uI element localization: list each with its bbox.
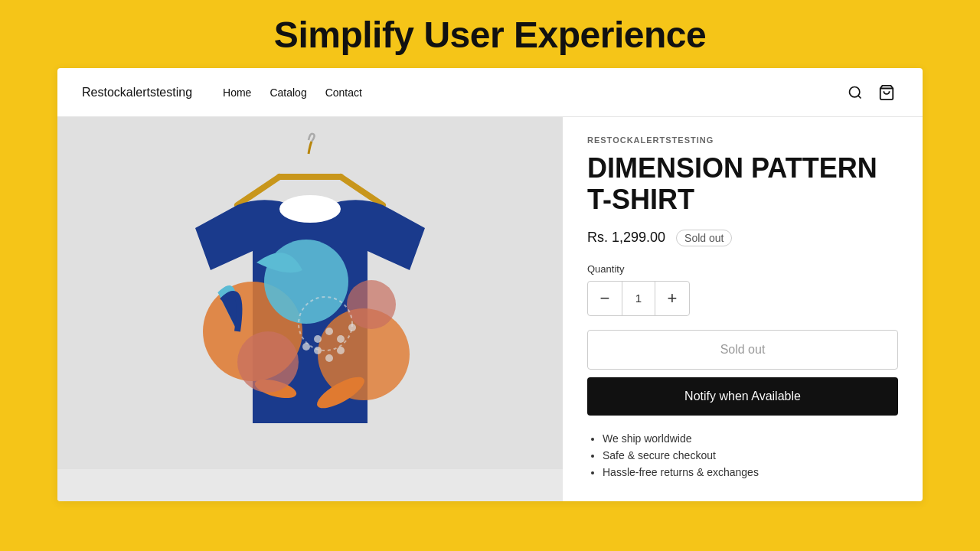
cart-button[interactable]	[875, 81, 898, 104]
navbar-icons	[844, 81, 898, 104]
page-title: Simplify User Experience	[0, 14, 980, 56]
product-title: DIMENSION PATTERN T-SHIRT	[587, 152, 898, 216]
svg-point-15	[325, 354, 333, 362]
nav-contact[interactable]: Contact	[325, 86, 362, 99]
svg-point-0	[850, 86, 860, 96]
search-button[interactable]	[844, 82, 866, 103]
navbar-links: Home Catalog Contact	[223, 86, 844, 99]
product-info-column: RESTOCKALERTSTESTING DIMENSION PATTERN T…	[563, 117, 923, 501]
svg-point-21	[237, 331, 299, 393]
svg-point-11	[314, 335, 322, 343]
svg-point-13	[337, 335, 345, 343]
search-icon	[848, 85, 863, 100]
product-price: Rs. 1,299.00	[587, 230, 665, 246]
svg-point-9	[264, 240, 348, 324]
cart-icon	[878, 84, 895, 101]
nav-catalog[interactable]: Catalog	[270, 86, 306, 99]
svg-point-12	[325, 328, 333, 335]
sold-out-button: Sold out	[587, 330, 898, 370]
navbar-brand: Restockalertstesting	[82, 86, 192, 99]
notify-button[interactable]: Notify when Available	[587, 377, 898, 416]
svg-point-17	[302, 343, 310, 350]
status-badge: Sold out	[676, 230, 732, 246]
store-window: Restockalertstesting Home Catalog Contac…	[57, 68, 923, 501]
feature-item-3: Hassle-free returns & exchanges	[603, 466, 898, 478]
quantity-control: − 1 +	[587, 281, 690, 316]
navbar: Restockalertstesting Home Catalog Contac…	[57, 68, 923, 117]
svg-point-14	[314, 347, 322, 354]
product-image-column	[57, 117, 563, 501]
svg-point-16	[337, 347, 345, 354]
product-area: RESTOCKALERTSTESTING DIMENSION PATTERN T…	[57, 117, 923, 501]
product-image	[57, 117, 563, 469]
tshirt-svg	[57, 117, 563, 469]
vendor-label: RESTOCKALERTSTESTING	[587, 135, 898, 145]
nav-home[interactable]: Home	[223, 86, 251, 99]
quantity-value: 1	[622, 282, 655, 315]
quantity-label: Quantity	[587, 263, 898, 275]
feature-item-1: We ship worldwide	[603, 432, 898, 445]
quantity-increase-button[interactable]: +	[655, 282, 689, 315]
feature-item-2: Safe & secure checkout	[603, 449, 898, 461]
svg-point-22	[347, 280, 396, 329]
features-list: We ship worldwide Safe & secure checkout…	[587, 432, 898, 483]
page-title-bar: Simplify User Experience	[0, 0, 980, 68]
svg-point-7	[279, 195, 341, 223]
svg-line-1	[858, 95, 861, 98]
price-row: Rs. 1,299.00 Sold out	[587, 230, 898, 246]
quantity-decrease-button[interactable]: −	[588, 282, 622, 315]
